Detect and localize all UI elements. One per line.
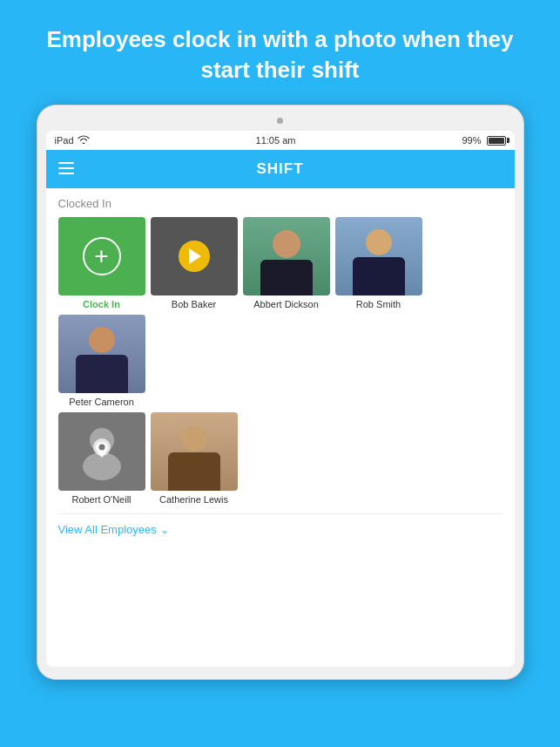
employee-tile-bob-baker[interactable]: Bob Baker	[151, 217, 238, 309]
abbert-dickson-photo	[243, 217, 330, 295]
bob-baker-photo	[151, 217, 238, 295]
employee-grid-row2: Robert O'Neill Catherine Lewis	[58, 412, 503, 505]
clock-in-photo[interactable]: +	[58, 217, 145, 295]
rob-smith-photo	[335, 217, 422, 295]
peter-cameron-photo	[58, 315, 145, 393]
status-bar-left: iPad	[55, 135, 90, 146]
app-content: Clocked In + Clock In	[46, 188, 515, 667]
status-bar-right: 99%	[462, 135, 505, 146]
location-placeholder	[71, 421, 132, 482]
employee-tile-catherine-lewis[interactable]: Catherine Lewis	[151, 412, 238, 505]
employee-tile-peter-cameron[interactable]: Peter Cameron	[58, 315, 145, 407]
clock-in-label: Clock In	[83, 299, 120, 309]
employee-grid-row1: + Clock In Bob Baker	[58, 217, 503, 407]
person-location-icon	[71, 421, 132, 482]
battery-percent: 99%	[462, 135, 481, 146]
status-bar-time: 11:05 am	[256, 135, 296, 146]
svg-point-6	[98, 445, 105, 451]
robert-oneill-photo	[58, 412, 145, 491]
employee-tile-rob-smith[interactable]: Rob Smith	[335, 217, 422, 309]
rob-smith-name: Rob Smith	[356, 299, 401, 309]
chevron-down-icon: ⌄	[160, 524, 169, 536]
svg-rect-0	[58, 162, 74, 164]
view-all-label: View All Employees	[58, 523, 157, 536]
device-label: iPad	[55, 135, 74, 146]
view-all-employees-button[interactable]: View All Employees ⌄	[58, 523, 169, 536]
robert-oneill-name: Robert O'Neill	[71, 494, 131, 505]
wifi-icon	[78, 135, 90, 146]
play-triangle	[189, 248, 201, 264]
nav-bar: SHIFT	[46, 150, 515, 188]
svg-rect-2	[58, 173, 74, 174]
ios-screen: iPad 11:05 am 99%	[46, 131, 515, 667]
bob-baker-name: Bob Baker	[172, 299, 216, 309]
svg-rect-1	[58, 167, 74, 169]
abbert-dickson-name: Abbert Dickson	[253, 299, 319, 309]
employee-tile-robert-oneill[interactable]: Robert O'Neill	[58, 412, 145, 505]
clock-in-plus-icon: +	[83, 237, 121, 275]
status-bar: iPad 11:05 am 99%	[46, 131, 515, 150]
section-label: Clocked In	[58, 197, 503, 210]
catherine-lewis-name: Catherine Lewis	[159, 494, 228, 505]
page-header: Employees clock in with a photo when the…	[0, 0, 560, 105]
play-button-icon[interactable]	[179, 241, 210, 272]
peter-cameron-name: Peter Cameron	[69, 397, 134, 407]
employee-tile-abbert-dickson[interactable]: Abbert Dickson	[243, 217, 330, 309]
battery-icon	[487, 136, 506, 146]
view-all-section: View All Employees ⌄	[58, 513, 503, 536]
ipad-camera	[277, 118, 283, 124]
catherine-lewis-photo	[151, 412, 238, 491]
clock-in-tile[interactable]: + Clock In	[58, 217, 145, 309]
nav-title: SHIFT	[256, 160, 303, 178]
ipad-device: iPad 11:05 am 99%	[37, 105, 524, 680]
hamburger-menu-icon[interactable]	[58, 161, 74, 177]
